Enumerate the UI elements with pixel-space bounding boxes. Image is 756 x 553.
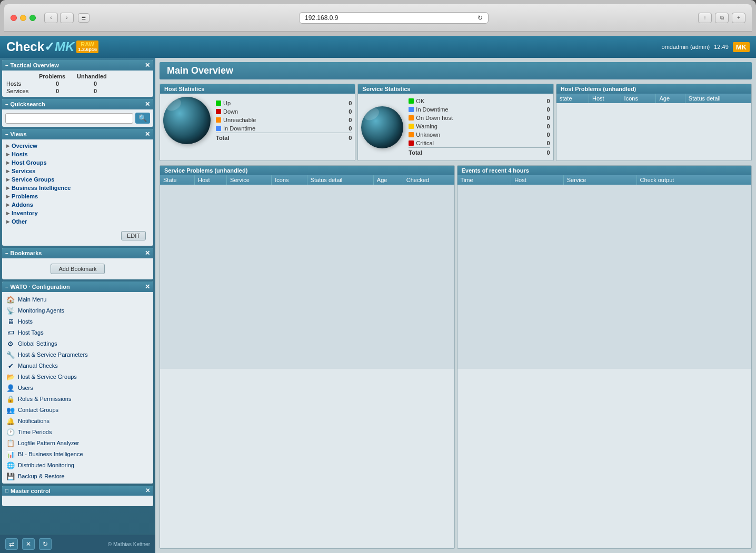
wato-logfile[interactable]: 📋Logfile Pattern Analyzer: [5, 438, 150, 448]
up-indicator: [216, 100, 221, 106]
wato-roles[interactable]: 🔒Roles & Permissions: [5, 394, 150, 404]
wato-users[interactable]: 👤Users: [5, 383, 150, 393]
service-stat-rows: OK 0 In Downtime 0 On: [409, 97, 550, 157]
service-problems-box: Service Problems (unhandled) State Host …: [160, 165, 455, 549]
home-icon: 🏠: [6, 295, 15, 304]
host-globe: [163, 97, 211, 144]
master-control-title: Master control: [11, 488, 51, 494]
host-problems-header: Host Problems (unhandled): [556, 84, 751, 94]
events-table: Time Host Service Check output: [457, 175, 752, 185]
sidebar-footer: ⇄ ✕ ↻ © Mathias Kettner: [0, 535, 155, 553]
wato-notifications[interactable]: 🔔Notifications: [5, 416, 150, 426]
wato-bi[interactable]: 📊BI - Business Intelligence: [5, 449, 150, 459]
wato-host-service-params[interactable]: 🔧Host & Service Parameters: [5, 349, 150, 360]
sidebar-item-service-groups[interactable]: ▶Service Groups: [6, 175, 149, 184]
sidebar-item-problems[interactable]: ▶Problems: [6, 192, 149, 200]
panel-toggle-icon[interactable]: –: [5, 63, 8, 68]
traffic-lights[interactable]: [11, 15, 36, 21]
settings-icon: ⚙: [6, 339, 15, 348]
maximize-button[interactable]: [29, 15, 36, 21]
wato-contact-groups[interactable]: 👥Contact Groups: [5, 405, 150, 415]
tactical-overview-content: Problems Unhandled Hosts 0 0 Services 0 …: [2, 71, 153, 97]
share-button[interactable]: ↑: [698, 13, 712, 23]
panel-close-icon[interactable]: ✕: [145, 62, 150, 69]
main-content: Main Overview Host Statistics Up: [155, 58, 756, 553]
service-stats-box: Service Statistics OK 0: [357, 84, 553, 161]
wato-main-menu[interactable]: 🏠Main Menu: [5, 294, 150, 305]
address-bar-area: 192.168.0.9 ↻: [94, 12, 694, 24]
svc-col-service: Service: [227, 175, 272, 185]
sidebar-item-inventory[interactable]: ▶Inventory: [6, 209, 149, 217]
down-indicator: [216, 109, 221, 114]
refresh-icon[interactable]: ↻: [478, 14, 483, 22]
stats-row: Host Statistics Up 0: [160, 84, 752, 161]
events-col-service: Service: [563, 175, 636, 185]
wato-distributed[interactable]: 🌐Distributed Monitoring: [5, 460, 150, 470]
wato-groups[interactable]: 📂Host & Service Groups: [5, 371, 150, 382]
new-window-button[interactable]: ⧉: [715, 13, 729, 23]
new-tab-button[interactable]: +: [732, 13, 745, 23]
sidebar-action-2[interactable]: ✕: [22, 538, 35, 550]
sidebar-item-other[interactable]: ▶Other: [6, 217, 149, 226]
distributed-icon: 🌐: [6, 461, 15, 469]
wato-backup[interactable]: 💾Backup & Restore: [5, 471, 150, 481]
sidebar-item-services[interactable]: ▶Services: [6, 167, 149, 175]
wato-manual-checks[interactable]: ✔Manual Checks: [5, 360, 150, 371]
wato-list: 🏠Main Menu 📡Monitoring Agents 🖥Hosts 🏷Ho…: [2, 292, 153, 484]
search-input[interactable]: [5, 113, 133, 124]
bookmarks-header[interactable]: – Bookmarks ✕: [2, 248, 153, 258]
bookmarks-title: Bookmarks: [11, 250, 42, 256]
sidebar-item-host-groups[interactable]: ▶Host Groups: [6, 158, 149, 167]
wato-global-settings[interactable]: ⚙Global Settings: [5, 338, 150, 349]
clock: 12:49: [714, 44, 729, 50]
svc-stat-warning: Warning 0: [409, 122, 550, 130]
host-stats-content: Up 0 Down 0 Unreachabl: [160, 94, 355, 147]
add-bookmark-button[interactable]: Add Bookmark: [51, 264, 104, 274]
logo-badge: RAW 1.2.6p16: [76, 41, 98, 53]
events-col-output: Check output: [636, 175, 751, 185]
host-stat-rows: Up 0 Down 0 Unreachabl: [216, 99, 352, 143]
wato-panel: – WATO · Configuration ✕ 🏠Main Menu 📡Mon…: [2, 281, 153, 484]
tab-button[interactable]: ☰: [78, 13, 89, 23]
ok-indicator: [409, 98, 414, 104]
address-bar[interactable]: 192.168.0.9 ↻: [299, 12, 489, 24]
events-col-host: Host: [511, 175, 564, 185]
svc-downtime-indicator: [409, 107, 414, 112]
back-button[interactable]: ‹: [44, 13, 58, 23]
tac-hosts-row: Hosts 0 0: [4, 80, 151, 87]
views-header[interactable]: – Views ✕: [2, 129, 153, 139]
tactical-overview-header[interactable]: – Tactical Overview ✕: [2, 60, 153, 71]
tac-header-row: Problems Unhandled: [4, 73, 151, 80]
host-problems-box: Host Problems (unhandled) state Host Ico…: [556, 84, 752, 161]
minimize-button[interactable]: [20, 15, 26, 21]
quicksearch-header[interactable]: – Quicksearch ✕: [2, 99, 153, 109]
sidebar-item-bi[interactable]: ▶Business Intelligence: [6, 184, 149, 192]
user-info: omdadmin (admin) 12:49 MK: [662, 42, 750, 52]
sidebar-action-3[interactable]: ↻: [39, 538, 52, 550]
window-actions: ↑ ⧉ +: [698, 13, 745, 23]
tactical-overview-panel: – Tactical Overview ✕ Problems Unhandled…: [2, 60, 153, 97]
views-edit-button[interactable]: EDIT: [121, 231, 146, 240]
tags-icon: 🏷: [6, 328, 15, 337]
views-title: Views: [11, 131, 27, 137]
wato-hosts[interactable]: 🖥Hosts: [5, 316, 150, 327]
sidebar-item-addons[interactable]: ▶Addons: [6, 200, 149, 209]
contact-groups-icon: 👥: [6, 406, 15, 414]
views-panel: – Views ✕ ▶Overview ▶Hosts ▶Host Groups …: [2, 129, 153, 246]
master-control-header[interactable]: □ Master control ✕: [2, 486, 153, 496]
forward-button[interactable]: ›: [60, 13, 74, 23]
sidebar-item-overview[interactable]: ▶Overview: [6, 142, 149, 150]
wato-monitoring-agents[interactable]: 📡Monitoring Agents: [5, 305, 150, 316]
svc-col-status: Status detail: [307, 175, 373, 185]
bookmarks-panel: – Bookmarks ✕ Add Bookmark: [2, 248, 153, 279]
wato-host-tags[interactable]: 🏷Host Tags: [5, 327, 150, 338]
close-button[interactable]: [11, 15, 17, 21]
groups-icon: 📂: [6, 373, 15, 381]
search-button[interactable]: 🔍: [135, 113, 150, 124]
wato-time-periods[interactable]: 🕐Time Periods: [5, 427, 150, 437]
wato-header[interactable]: – WATO · Configuration ✕: [2, 281, 153, 292]
tac-services-row: Services 0 0: [4, 87, 151, 95]
sidebar-item-hosts[interactable]: ▶Hosts: [6, 150, 149, 158]
host-problems-col-status: Status detail: [685, 94, 751, 103]
sidebar-action-1[interactable]: ⇄: [5, 538, 18, 550]
